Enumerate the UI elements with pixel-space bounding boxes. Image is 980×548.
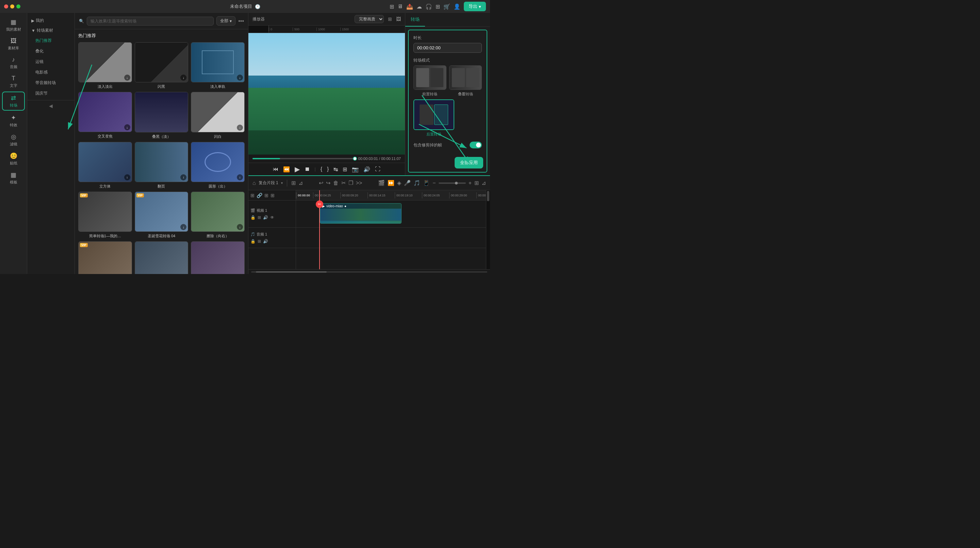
timeline-grid-icon[interactable]: ⊞ (291, 180, 296, 186)
fullscreen-button[interactable]: ⛶ (375, 166, 380, 172)
timeline-progress-bar[interactable] (253, 158, 355, 159)
transition-section-header[interactable]: ▼ 转场素材 (27, 25, 75, 35)
share-icon[interactable]: 📤 (406, 3, 413, 10)
timeline-handle[interactable] (353, 156, 357, 161)
music-icon[interactable]: 🎵 (414, 180, 420, 186)
effect-cube[interactable]: ↓ 立方体 (78, 142, 132, 189)
picture-icon[interactable]: 🖼 (396, 16, 401, 22)
sidebar-item-filters[interactable]: ◎ 滤镜 (0, 131, 27, 150)
scrollbar-thumb[interactable] (487, 191, 489, 201)
audio-lock-icon[interactable]: 🔒 (250, 239, 256, 244)
tab-transition[interactable]: 转场 (405, 13, 425, 27)
more-options-icon[interactable]: ••• (238, 18, 244, 24)
close-button[interactable] (4, 5, 8, 8)
nav-item-hot[interactable]: 热门推荐 (27, 35, 75, 46)
effect-fade-inout[interactable]: ↓ 淡入淡出 (78, 42, 132, 89)
stop-button[interactable]: ⏹ (305, 166, 310, 172)
compound-chevron[interactable]: ▾ (281, 181, 283, 185)
my-section-header[interactable]: ▶ 我的 (27, 16, 75, 25)
mark-out-button[interactable]: } (327, 166, 329, 172)
play-button[interactable]: ▶ (295, 165, 300, 173)
collapse-nav-icon[interactable]: ◀ (49, 103, 53, 108)
effect-more3[interactable] (191, 241, 245, 274)
snapshot-button[interactable]: 📷 (352, 166, 359, 172)
maximize-button[interactable] (16, 5, 21, 8)
skip-back-button[interactable]: ⏮ (273, 166, 278, 172)
screen-icon[interactable]: 📱 (423, 180, 430, 186)
audio-duplicate-icon[interactable]: ⊞ (258, 239, 261, 244)
clip-icon[interactable]: 🎬 (378, 180, 385, 186)
effect-swipe-right[interactable]: ↓ 擦除（向右） (191, 192, 245, 239)
sidebar-item-stickers[interactable]: 😊 贴纸 (0, 150, 27, 169)
expand-icon[interactable]: ⊿ (482, 180, 486, 186)
horizontal-scrollbar[interactable] (251, 271, 487, 272)
layout-button[interactable]: ⊞ (343, 166, 347, 172)
trans-mode-post[interactable]: 后置转场 (414, 99, 454, 137)
duration-input[interactable] (414, 43, 482, 53)
effect-simple-1[interactable]: VIP 简单转场1—我的… (78, 192, 132, 239)
step-back-button[interactable]: ⏪ (283, 166, 290, 172)
badge-icon[interactable]: ◈ (397, 180, 401, 186)
nav-item-motion[interactable]: 运镜 (27, 56, 75, 67)
undo-icon[interactable]: ↩ (319, 180, 323, 186)
sidebar-item-effects[interactable]: ✦ 特效 (0, 111, 27, 131)
scrollbar-h-thumb[interactable] (256, 271, 327, 272)
trans-mode-overlay[interactable]: 叠覆转场 (449, 65, 482, 97)
video-duplicate-icon[interactable]: ⊞ (258, 215, 261, 220)
include-trim-toggle[interactable] (469, 142, 482, 148)
export-button[interactable]: 导出 ▾ (464, 2, 486, 11)
nav-item-national-day[interactable]: 国庆节 (27, 88, 75, 99)
mark-in-button[interactable]: { (321, 166, 322, 172)
sidebar-item-text[interactable]: T 文字 (0, 72, 27, 91)
effect-flash-white[interactable]: ↓ 闪白 (191, 92, 245, 139)
nav-item-cinematic[interactable]: 电影感 (27, 67, 75, 78)
mic-icon[interactable]: 🎤 (404, 180, 411, 186)
search-input[interactable] (87, 17, 214, 25)
display-icon[interactable]: 🖥 (398, 3, 403, 10)
effect-blur-dark[interactable]: 叠黑（淡） (135, 92, 189, 139)
video-eye-icon[interactable]: 👁 (270, 215, 274, 220)
home-icon[interactable]: ⌂ (253, 180, 256, 186)
sidebar-item-audio[interactable]: ♪ 音频 (0, 53, 27, 72)
effect-more2[interactable] (135, 241, 189, 274)
audio-volume-icon[interactable]: 🔊 (263, 239, 268, 244)
minimize-button[interactable] (10, 5, 14, 8)
effect-circle-out[interactable]: ↓ 圆形（出） (191, 142, 245, 189)
user-icon[interactable]: 👤 (453, 3, 460, 10)
sidebar-item-transition[interactable]: ⇄ 转场 (2, 92, 25, 111)
track-btn-3[interactable]: ⊞ (264, 193, 269, 198)
cloud-icon[interactable]: ☁ (417, 3, 422, 10)
filter-button[interactable]: 全部 ▾ (216, 16, 235, 25)
grid-icon[interactable]: ⊞ (436, 3, 440, 10)
zoom-in-icon[interactable]: + (469, 180, 472, 186)
video-lock-icon[interactable]: 🔒 (250, 215, 256, 220)
sidebar-item-templates[interactable]: ▦ 模板 (0, 169, 27, 188)
effect-flash-black[interactable]: ↓ 闪黑 (135, 42, 189, 89)
more-controls-button[interactable]: ↹ (334, 166, 338, 172)
add-audio-icon[interactable]: 🔗 (256, 193, 262, 198)
headphone-icon[interactable]: 🎧 (425, 3, 432, 10)
track-btn-4[interactable]: ⊞ (270, 193, 275, 198)
apply-all-button[interactable]: 全部应用 (455, 157, 483, 169)
timeline-scrollbar[interactable] (486, 190, 490, 269)
sidebar-item-library[interactable]: 🖼 素材库 (0, 35, 27, 53)
effect-snow-flower[interactable]: VIP ↓ 圣诞雪花转场 04 (135, 192, 189, 239)
monitor-icon[interactable]: ⊞ (390, 3, 394, 10)
sidebar-item-my-assets[interactable]: ▦ 我的素材 (0, 16, 27, 35)
cut-icon[interactable]: ✂ (341, 180, 346, 186)
nav-item-fade[interactable]: 叠化 (27, 46, 75, 56)
effect-more1[interactable]: VIP (78, 241, 132, 274)
delete-icon[interactable]: 🗑 (333, 180, 339, 186)
video-clip[interactable]: ▶ video-miao ● (320, 203, 401, 224)
cart-icon[interactable]: 🛒 (443, 3, 450, 10)
trans-mode-pre[interactable]: 前置转场 (414, 65, 447, 97)
redo-icon[interactable]: ↪ (326, 180, 331, 186)
quality-select[interactable]: 完整画质 高清 (355, 15, 384, 23)
more-icon[interactable]: >> (356, 180, 363, 186)
nav-item-audio-transition[interactable]: 带音频转场 (27, 78, 75, 88)
speed-icon[interactable]: ⏩ (388, 180, 395, 186)
timeline-magnet-icon[interactable]: ⊿ (298, 180, 303, 186)
layout-grid-icon[interactable]: ⊞ (388, 16, 392, 22)
volume-button[interactable]: 🔊 (363, 166, 370, 172)
zoom-out-icon[interactable]: − (433, 180, 436, 186)
